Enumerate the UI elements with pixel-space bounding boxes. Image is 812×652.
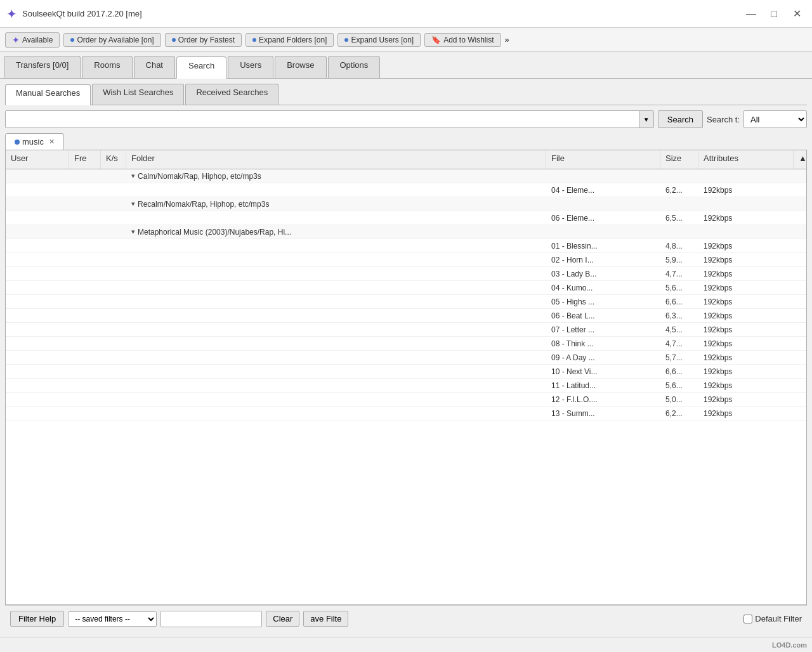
cell-size: 5,7... — [660, 351, 698, 364]
table-row[interactable]: 13 - Summ... 6,2... 192kbps — [6, 407, 806, 421]
status-bar: LO4D.com — [0, 637, 812, 652]
header-file[interactable]: File — [546, 150, 660, 169]
result-tab-music[interactable]: music ✕ — [5, 133, 64, 150]
search-bar: ▼ Search Search t: All Audio Video Image… — [5, 110, 807, 128]
cell-attrs — [698, 174, 794, 178]
table-row[interactable]: 04 - Eleme... 6,2... 192kbps — [6, 183, 806, 197]
cell-size: 6,6... — [660, 365, 698, 378]
results-scroll[interactable]: ▾ Calm/Nomak/Rap, Hiphop, etc/mp3s — [6, 169, 806, 604]
close-button[interactable]: ✕ — [788, 5, 806, 23]
cell-folder — [126, 356, 546, 360]
subtab-manual[interactable]: Manual Searches — [5, 84, 91, 105]
table-row[interactable]: ▾ Metaphorical Music (2003)/Nujabes/Rap,… — [6, 225, 806, 239]
table-row[interactable]: 11 - Latitud... 5,6... 192kbps — [6, 379, 806, 393]
order-available-label: Order by Available [on] — [77, 36, 154, 44]
cell-free — [69, 272, 101, 276]
tab-browse[interactable]: Browse — [275, 56, 326, 78]
order-available-button[interactable]: Order by Available [on] — [63, 33, 160, 47]
subtab-wishlist[interactable]: Wish List Searches — [92, 84, 184, 105]
cell-user — [6, 300, 69, 304]
cell-free — [69, 370, 101, 374]
cell-attrs: 192kbps — [698, 379, 794, 392]
filter-text-input[interactable] — [160, 611, 262, 627]
results-panel: User Fre K/s Folder File Size Attributes… — [5, 150, 807, 605]
table-row[interactable]: 03 - Lady B... 4,7... 192kbps — [6, 267, 806, 281]
cell-user — [6, 272, 69, 276]
tab-rooms[interactable]: Rooms — [82, 56, 132, 78]
table-row[interactable]: 10 - Next Vi... 6,6... 192kbps — [6, 365, 806, 379]
result-tab-close[interactable]: ✕ — [49, 138, 55, 146]
filter-clear-button[interactable]: Clear — [266, 611, 299, 627]
tab-users[interactable]: Users — [228, 56, 273, 78]
cell-free — [69, 398, 101, 401]
header-kbs[interactable]: K/s — [101, 150, 126, 169]
results-container: music ✕ User Fre K/s Folder File Size At… — [5, 133, 807, 605]
cell-attrs: 192kbps — [698, 310, 794, 322]
search-dropdown-button[interactable]: ▼ — [639, 111, 653, 127]
cell-user — [6, 202, 69, 206]
default-filter-checkbox[interactable] — [743, 615, 752, 623]
table-row[interactable]: 04 - Kumo... 5,6... 192kbps — [6, 281, 806, 295]
tab-transfers[interactable]: Transfers [0/0] — [4, 56, 81, 78]
header-free[interactable]: Fre — [69, 150, 101, 169]
filter-help-button[interactable]: Filter Help — [10, 611, 64, 627]
cell-size: 4,8... — [660, 240, 698, 252]
table-row[interactable]: 05 - Highs ... 6,6... 192kbps — [6, 295, 806, 309]
tab-search[interactable]: Search — [176, 56, 226, 79]
minimize-button[interactable]: — — [742, 5, 760, 23]
table-row[interactable]: ▾ Calm/Nomak/Rap, Hiphop, etc/mp3s — [6, 169, 806, 183]
add-wishlist-button[interactable]: 🔖 Add to Wishlist — [424, 33, 501, 47]
tab-options[interactable]: Options — [328, 56, 381, 78]
cell-attrs: 192kbps — [698, 296, 794, 308]
table-row[interactable]: 09 - A Day ... 5,7... 192kbps — [6, 351, 806, 365]
cell-free — [69, 314, 101, 318]
cell-attrs: 192kbps — [698, 323, 794, 336]
search-input[interactable] — [6, 112, 639, 127]
subtab-received[interactable]: Received Searches — [185, 84, 278, 105]
cell-free — [69, 342, 101, 346]
header-size[interactable]: Size — [660, 150, 698, 169]
cell-free — [69, 412, 101, 415]
table-row[interactable]: 06 - Beat L... 6,3... 192kbps — [6, 309, 806, 323]
cell-user — [6, 244, 69, 248]
tab-chat[interactable]: Chat — [134, 56, 175, 78]
saved-filters-select[interactable]: -- saved filters -- — [68, 611, 157, 627]
order-fastest-button[interactable]: Order by Fastest — [165, 33, 242, 47]
cell-extra — [794, 230, 806, 234]
cell-file: 10 - Next Vi... — [546, 365, 660, 378]
cell-free — [69, 258, 101, 262]
main-tabs: Transfers [0/0] Rooms Chat Search Users … — [0, 52, 812, 79]
table-row[interactable]: 07 - Letter ... 4,5... 192kbps — [6, 323, 806, 337]
cell-attrs: 192kbps — [698, 254, 794, 266]
title-bar-controls: — □ ✕ — [742, 5, 806, 23]
header-folder[interactable]: Folder — [126, 150, 546, 169]
table-row[interactable]: 02 - Horn I... 5,9... 192kbps — [6, 253, 806, 267]
cell-attrs — [698, 230, 794, 234]
cell-extra — [794, 174, 806, 178]
default-filter-label: Default Filter — [755, 614, 802, 623]
toolbar-more[interactable]: » — [505, 35, 509, 44]
filter-save-button[interactable]: ave Filte — [303, 611, 348, 627]
cell-extra — [794, 188, 806, 192]
header-attributes[interactable]: Attributes — [698, 150, 794, 169]
table-row[interactable]: 08 - Think ... 4,7... 192kbps — [6, 337, 806, 351]
cell-file: 13 - Summ... — [546, 407, 660, 420]
table-row[interactable]: ▾ Recalm/Nomak/Rap, Hiphop, etc/mp3s — [6, 197, 806, 211]
expand-folders-button[interactable]: Expand Folders [on] — [246, 33, 334, 47]
cell-attrs: 192kbps — [698, 393, 794, 406]
expand-users-button[interactable]: Expand Users [on] — [337, 33, 421, 47]
header-user[interactable]: User — [6, 150, 69, 169]
add-wishlist-label: Add to Wishlist — [443, 36, 494, 44]
maximize-button[interactable]: □ — [765, 5, 783, 23]
table-row[interactable]: 06 - Eleme... 6,5... 192kbps — [6, 211, 806, 225]
title-bar-left: ✦ SoulseekQt build 2017.2.20 [me] — [6, 6, 142, 22]
table-row[interactable]: 12 - F.I.L.O.... 5,0... 192kbps — [6, 393, 806, 407]
search-button[interactable]: Search — [658, 110, 703, 128]
result-tab-dot — [15, 140, 20, 145]
cell-file: 07 - Letter ... — [546, 323, 660, 336]
header-sort[interactable]: ▲ — [794, 150, 806, 169]
table-row[interactable]: 01 - Blessin... 4,8... 192kbps — [6, 239, 806, 253]
available-button[interactable]: ✦ Available — [5, 32, 60, 48]
cell-size: 4,7... — [660, 337, 698, 350]
search-type-select[interactable]: All Audio Video Images Documents Softwar… — [743, 110, 807, 128]
